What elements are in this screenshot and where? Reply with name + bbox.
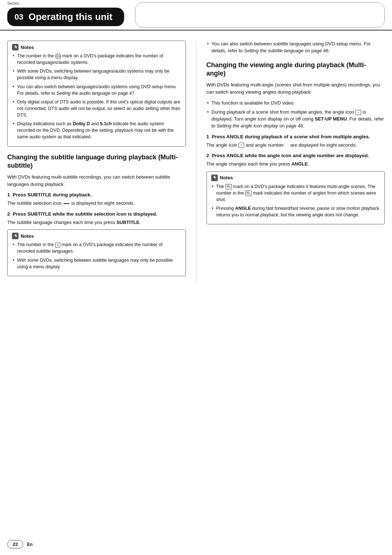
angle-step1-heading: 1 Press ANGLE during playback of a scene… [207, 134, 385, 139]
header-right-box [135, 2, 385, 28]
subtitle-note-2: With some DVDs, switching between subtit… [12, 257, 181, 270]
angle-icon-step1: ⌗ [238, 143, 244, 148]
notes-list-angle: The ⓜ₁ mark on a DVD's package indicates… [211, 183, 380, 219]
page-wrapper: Section 03 Operating this unit ✎ Notes T… [0, 0, 392, 555]
note-item-1: The number in the ⓐ)) mark on a DVD's pa… [12, 53, 181, 66]
notes-icon-angle: ✎ [211, 175, 218, 181]
notes-box-subtitle: ✎ Notes The number in the 2 mark on a DV… [7, 229, 186, 276]
subtitle-dash-icon [64, 203, 69, 204]
notes-label-angle: Notes [220, 175, 233, 180]
subtitle-section-body: With DVDs featuring multi-subtitle recor… [7, 174, 186, 188]
angle-note-2: Pressing ANGLE during fast forward/fast … [211, 205, 380, 218]
angle-bullet-1: This function is available for DVD video… [207, 100, 385, 107]
subtitle-section: Changing the subtitle language during pl… [7, 153, 186, 276]
section-badge: Section 03 Operating this unit [0, 0, 128, 30]
angle-step2-heading: 2 Press ANGLE while the angle icon and a… [207, 153, 385, 158]
notes-list-subtitle: The number in the 2 mark on a DVD's pack… [12, 241, 181, 270]
notes-header-top: ✎ Notes [12, 44, 181, 50]
angle-section: Changing the viewing angle during playba… [207, 61, 385, 225]
subtitle-section-heading: Changing the subtitle language during pl… [7, 153, 186, 170]
right-top-bullet-1: You can also switch between subtitle lan… [207, 41, 385, 54]
note-item-3: You can also switch between languages/au… [12, 83, 181, 97]
angle-bullet-list: This function is available for DVD video… [207, 100, 385, 129]
subtitle-note-1: The number in the 2 mark on a DVD's pack… [12, 241, 181, 254]
section-title: Operating this unit [28, 11, 112, 23]
subtitle-step1-body: The subtitle selection icon is displayed… [7, 200, 186, 207]
subtitle-step1-heading: 1 Press SUBTITLE during playback. [7, 192, 186, 197]
angle-section-body: With DVDs featuring multi-angle (scenes … [207, 81, 385, 95]
angle-icon-inline: ⌗ [355, 110, 361, 115]
page-number: 22 [7, 540, 23, 548]
main-content: ✎ Notes The number in the ⓐ)) mark on a … [0, 41, 392, 283]
page-header: Section 03 Operating this unit [0, 0, 392, 30]
angle-step2-body: The angle changes each time you press AN… [207, 160, 385, 168]
notes-icon-subtitle: ✎ [12, 233, 19, 239]
right-top-bullets: You can also switch between subtitle lan… [207, 41, 385, 54]
subtitle-pkg-icon: 2 [55, 242, 60, 248]
angle-note-1: The ⓜ₁ mark on a DVD's package indicates… [211, 183, 380, 203]
angle-bullet-2: During playback of a scene shot from mul… [207, 109, 385, 130]
notes-list-top: The number in the ⓐ)) mark on a DVD's pa… [12, 53, 181, 140]
notes-header-subtitle: ✎ Notes [12, 233, 181, 239]
notes-label-top: Notes [21, 45, 34, 50]
subtitle-step2-body: The subtitle language changes each time … [7, 219, 186, 226]
notes-box-angle: ✎ Notes The ⓜ₁ mark on a DVD's package i… [207, 171, 385, 225]
subtitle-step2-heading: 2 Press SUBTITLE while the subtitle sele… [7, 211, 186, 217]
notes-header-angle: ✎ Notes [211, 175, 380, 181]
multi-angle-pkg-icon: ⓜ₁ [225, 184, 232, 189]
right-column: You can also switch between subtitle lan… [196, 41, 385, 283]
page-footer: 22 En [7, 540, 33, 548]
dvd-icon: ⓐ)) [55, 53, 61, 59]
section-number: 03 [15, 12, 23, 22]
note-item-4: Only digital output of DTS audio is poss… [12, 99, 181, 118]
angle-section-heading: Changing the viewing angle during playba… [207, 61, 385, 78]
notes-icon-top: ✎ [12, 44, 19, 50]
section-label: Section [7, 1, 124, 5]
lang-label: En [27, 542, 32, 547]
note-item-5: Display indications such as Dolby D and … [12, 121, 181, 140]
note-item-2: With some DVDs, switching between langua… [12, 68, 181, 81]
header-title-block: 03 Operating this unit [7, 8, 124, 26]
left-column: ✎ Notes The number in the ⓐ)) mark on a … [7, 41, 196, 283]
notes-box-top: ✎ Notes The number in the ⓐ)) mark on a … [7, 41, 186, 147]
notes-label-subtitle: Notes [21, 233, 34, 239]
multi-angle-pkg-icon2: ⓜ₁ [245, 191, 252, 196]
angle-step1-body: The angle icon ⌗ and angle number are di… [207, 142, 385, 149]
